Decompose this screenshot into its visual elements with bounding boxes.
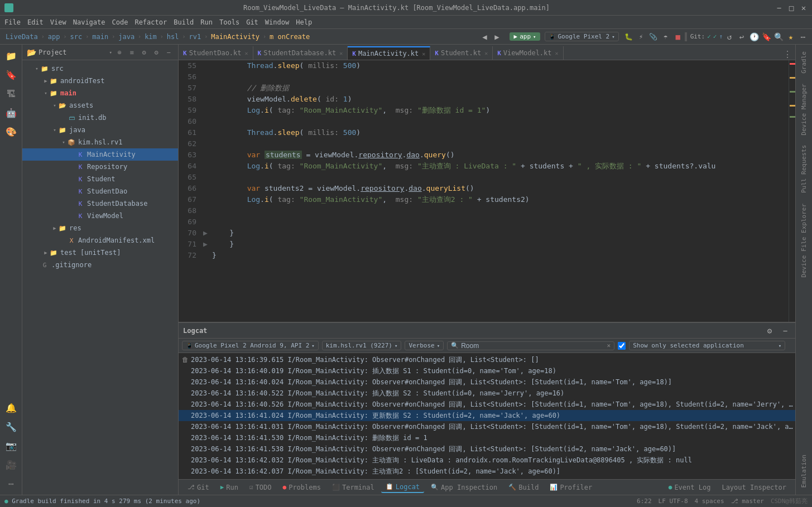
tree-manifest[interactable]: X AndroidManifest.xml xyxy=(22,234,178,247)
breadcrumb-app[interactable]: app xyxy=(46,33,63,41)
menu-navigate[interactable]: Navigate xyxy=(73,18,105,26)
close-panel-icon[interactable]: − xyxy=(164,47,174,57)
tree-studentdao[interactable]: K StudentDao xyxy=(22,185,178,197)
tab-mainactivity[interactable]: K MainActivity.kt ✕ xyxy=(348,46,430,60)
logcat-device-select[interactable]: 📱 Google Pixel 2 Android 9, API 2 ▾ xyxy=(182,341,319,350)
close-mainactivity-tab[interactable]: ✕ xyxy=(422,51,425,57)
tree-studentdatabase[interactable]: K StudentDatabase xyxy=(22,197,178,210)
tree-java[interactable]: ▾ 📁 java xyxy=(22,124,178,136)
logcat-filter-checkbox[interactable] xyxy=(618,342,626,350)
tree-package[interactable]: ▾ 📦 kim.hsl.rv1 xyxy=(22,136,178,148)
menu-code[interactable]: Code xyxy=(112,18,128,26)
tree-viewmodel[interactable]: K ViewModel xyxy=(22,210,178,222)
code-editor[interactable]: 55 Thread.sleep( millis: 500) 56 xyxy=(179,60,789,322)
menu-help[interactable]: Help xyxy=(296,18,312,26)
close-viewmodel-tab[interactable]: ✕ xyxy=(555,50,559,56)
logcat-log-area[interactable]: 🗑 2023-06-14 13:16:39.615 I/Room_MainAct… xyxy=(179,353,795,479)
breadcrumb-livedata[interactable]: LiveData xyxy=(3,33,40,41)
coverage-icon[interactable]: ☂ xyxy=(660,31,671,42)
tab-problems[interactable]: ● Problems xyxy=(278,482,325,492)
tab-profiler[interactable]: 📊 Profiler xyxy=(545,482,597,492)
filter-icon[interactable]: ⚙ xyxy=(139,47,149,57)
tab-viewmodel[interactable]: K ViewModel.kt ✕ xyxy=(493,46,563,60)
breadcrumb-java[interactable]: java xyxy=(116,33,137,41)
tree-main[interactable]: ▾ 📁 main xyxy=(22,87,178,99)
history-icon[interactable]: 🕐 xyxy=(748,31,760,42)
status-vcs-branch[interactable]: ⎇ master xyxy=(731,498,764,505)
tab-terminal[interactable]: ⬛ Terminal xyxy=(328,482,379,492)
tree-repository[interactable]: K Repository xyxy=(22,161,178,173)
bookmark-icon[interactable]: 🔖 xyxy=(761,31,772,42)
debug-icon[interactable]: 🐛 xyxy=(623,31,635,42)
android-tool-icon[interactable]: 🤖 xyxy=(2,104,20,122)
menu-edit[interactable]: Edit xyxy=(27,18,44,26)
window-controls[interactable]: − □ ✕ xyxy=(775,4,808,12)
device-file-explorer-label[interactable]: Device File Explorer xyxy=(800,199,808,282)
camera-icon[interactable]: 📷 xyxy=(2,437,20,455)
rollback-icon[interactable]: ↩ xyxy=(736,31,747,42)
project-tool-icon[interactable]: 📁 xyxy=(2,47,20,65)
breadcrumb-hsl[interactable]: hsl xyxy=(165,33,181,41)
maximize-button[interactable]: □ xyxy=(787,4,795,12)
attach-icon[interactable]: 📎 xyxy=(648,31,659,42)
close-student-tab[interactable]: ✕ xyxy=(484,50,488,56)
resource-tool-icon[interactable]: 🎨 xyxy=(2,123,20,141)
status-encoding[interactable]: LF UTF-8 xyxy=(659,498,688,505)
breadcrumb-src[interactable]: src xyxy=(68,33,85,41)
video-icon[interactable]: 🎥 xyxy=(2,456,20,474)
stop-icon[interactable]: ■ xyxy=(672,31,684,42)
tree-mainactivity[interactable]: K MainActivity xyxy=(22,148,178,161)
profile-icon[interactable]: ⚡ xyxy=(636,31,647,42)
tree-androidtest[interactable]: ▶ 📁 androidTest xyxy=(22,75,178,87)
tab-studentdatabase[interactable]: K StudentDatabase.kt ✕ xyxy=(253,46,348,60)
tree-student[interactable]: K Student xyxy=(22,173,178,185)
tree-res[interactable]: ▶ 📁 res xyxy=(22,222,178,234)
menu-view[interactable]: View xyxy=(50,18,66,26)
logcat-close-icon[interactable]: − xyxy=(780,325,791,336)
tab-git[interactable]: ⎇ Git xyxy=(183,482,214,492)
close-button[interactable]: ✕ xyxy=(800,4,808,12)
settings-icon[interactable]: ★ xyxy=(785,31,796,42)
tab-app-inspection[interactable]: 🔍 App Inspection xyxy=(426,482,502,492)
tree-test[interactable]: ▶ 📁 test [unitTest] xyxy=(22,247,178,259)
gradle-panel-label[interactable]: Gradle xyxy=(800,47,808,78)
more-tools-icon[interactable]: ⋯ xyxy=(2,475,20,492)
logcat-search-box[interactable]: 🔍 ✕ xyxy=(447,341,614,350)
tab-run[interactable]: ▶ Run xyxy=(216,482,243,492)
logcat-process-select[interactable]: kim.hsl.rv1 (9227) ▾ xyxy=(322,341,402,350)
minimize-button[interactable]: − xyxy=(775,4,783,12)
structure-tool-icon[interactable]: 🏗 xyxy=(2,85,20,103)
breadcrumb-oncreate[interactable]: m onCreate xyxy=(267,33,312,41)
more-icon[interactable]: ⋯ xyxy=(797,31,809,42)
menu-build[interactable]: Build xyxy=(174,18,194,26)
tree-src[interactable]: ▾ 📁 src xyxy=(22,62,178,75)
menu-window[interactable]: Window xyxy=(265,18,289,26)
run-button[interactable]: ▶app ▾ xyxy=(510,32,541,41)
refresh-icon[interactable]: ↺ xyxy=(724,31,735,42)
tab-overflow-icon[interactable]: ⋮ xyxy=(780,49,795,60)
notifications-icon[interactable]: 🔔 xyxy=(2,399,20,417)
nav-forward-icon[interactable]: ▶ xyxy=(492,31,503,42)
menu-run[interactable]: Run xyxy=(200,18,213,26)
tab-event-log[interactable]: ● Event Log xyxy=(664,482,715,492)
status-position[interactable]: 6:22 xyxy=(637,498,652,505)
emulation-label[interactable]: Emulation xyxy=(800,450,808,492)
breadcrumb-rv1[interactable]: rv1 xyxy=(187,33,204,41)
tree-gitignore[interactable]: G .gitignore xyxy=(22,259,178,271)
tab-build[interactable]: 🔨 Build xyxy=(504,482,543,492)
pull-requests-label[interactable]: Pull Requests xyxy=(800,141,808,197)
tab-layout-inspector[interactable]: Layout Inspector xyxy=(717,482,791,492)
tab-studentdao[interactable]: K StudentDao.kt ✕ xyxy=(179,46,253,60)
clear-search-icon[interactable]: ✕ xyxy=(607,342,611,349)
close-studentdatabase-tab[interactable]: ✕ xyxy=(339,50,343,56)
logcat-level-select[interactable]: Verbose ▾ xyxy=(405,341,444,350)
menu-git[interactable]: Git xyxy=(246,18,258,26)
menu-refactor[interactable]: Refactor xyxy=(134,18,167,26)
sync-icon[interactable]: ⊕ xyxy=(114,47,124,57)
collapse-icon[interactable]: ≡ xyxy=(127,47,137,57)
close-studentdao-tab[interactable]: ✕ xyxy=(245,50,248,56)
nav-back-icon[interactable]: ◀ xyxy=(479,31,491,42)
tab-logcat[interactable]: 📋 Logcat xyxy=(381,482,424,493)
breadcrumb-kim[interactable]: kim xyxy=(142,33,159,41)
tree-initdb[interactable]: 🗃 init.db xyxy=(22,112,178,124)
